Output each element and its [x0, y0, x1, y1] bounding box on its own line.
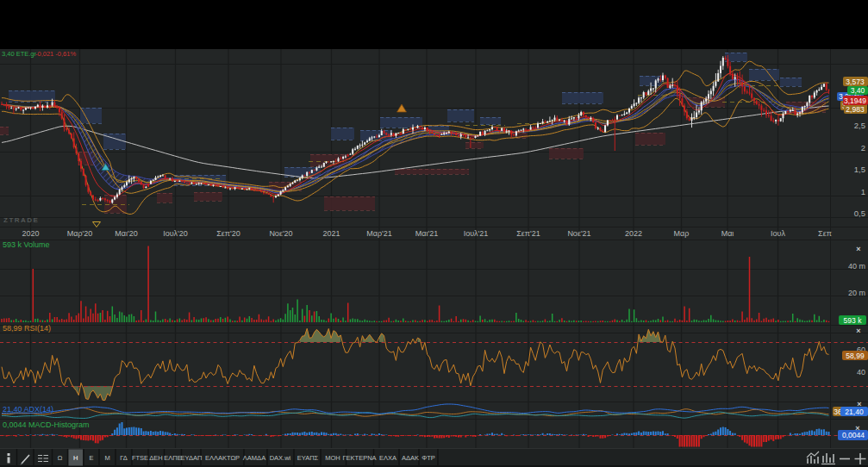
- svg-text:ΕΛΧΑ: ΕΛΧΑ: [379, 454, 397, 462]
- svg-text:20 m: 20 m: [848, 289, 865, 297]
- svg-text:Μαι'21: Μαι'21: [415, 229, 438, 238]
- svg-text:2020: 2020: [22, 229, 39, 238]
- svg-text:ΦΤΡ: ΦΤΡ: [422, 454, 435, 462]
- svg-text:58,99 RSI(14): 58,99 RSI(14): [3, 324, 51, 333]
- svg-text:DAX.wi: DAX.wi: [270, 454, 291, 462]
- svg-text:ZTRADE: ZTRADE: [3, 216, 39, 224]
- svg-text:593 k: 593 k: [844, 316, 863, 325]
- svg-text:Μαρ'20: Μαρ'20: [67, 229, 93, 238]
- svg-text:FTSE: FTSE: [132, 454, 148, 462]
- svg-text:3,40: 3,40: [851, 86, 865, 95]
- svg-text:ΛΑΜΔΑ: ΛΑΜΔΑ: [243, 454, 265, 462]
- svg-text:0,0044 MACD-Histogram: 0,0044 MACD-Histogram: [3, 420, 90, 429]
- svg-text:Ιουλ: Ιουλ: [771, 229, 785, 238]
- svg-text:ΓΔ: ΓΔ: [120, 454, 127, 462]
- svg-text:Ιουλ'21: Ιουλ'21: [464, 229, 489, 238]
- svg-text:Σεπ'21: Σεπ'21: [516, 229, 540, 238]
- svg-text:×: ×: [855, 424, 859, 433]
- svg-text:58,99: 58,99: [846, 352, 865, 360]
- svg-text:Μαι'20: Μαι'20: [115, 229, 137, 238]
- svg-text:Ιουλ'20: Ιουλ'20: [163, 229, 188, 238]
- svg-text:2022: 2022: [625, 229, 642, 238]
- svg-text:×: ×: [856, 245, 860, 253]
- svg-text:ΕΥΑΠΣ: ΕΥΑΠΣ: [297, 454, 319, 462]
- svg-text:ΕΛΠΕ: ΕΛΠΕ: [164, 454, 181, 462]
- svg-text:Μαρ: Μαρ: [674, 229, 690, 238]
- svg-text:0,5: 0,5: [854, 209, 865, 218]
- svg-text:Ω: Ω: [58, 454, 63, 462]
- svg-text:3,40 ETE.gr: 3,40 ETE.gr: [2, 50, 37, 58]
- svg-text:2021: 2021: [322, 229, 340, 238]
- svg-text:ΕΥΔΑΠ: ΕΥΔΑΠ: [181, 454, 203, 462]
- svg-text:Μαι: Μαι: [721, 229, 734, 238]
- svg-text:Ε: Ε: [89, 454, 93, 462]
- svg-text:40 m: 40 m: [848, 262, 865, 271]
- svg-text:ΑΔΑΚ: ΑΔΑΚ: [402, 454, 419, 462]
- svg-text:Νοε'21: Νοε'21: [567, 229, 590, 238]
- svg-text:2,5: 2,5: [854, 121, 865, 130]
- svg-text:3,1949: 3,1949: [844, 97, 866, 105]
- svg-text:ΜΟΗ: ΜΟΗ: [325, 454, 340, 462]
- svg-text:2,983: 2,983: [846, 105, 865, 114]
- svg-text:×: ×: [857, 400, 861, 408]
- svg-text:Η: Η: [73, 454, 78, 462]
- svg-text:ΕΛΛΑΚΤΩΡ: ΕΛΛΑΚΤΩΡ: [205, 454, 240, 462]
- svg-text:Μ: Μ: [104, 454, 109, 462]
- svg-text:21,40 ADX(14): 21,40 ADX(14): [3, 405, 53, 414]
- svg-text:Σεπ'20: Σεπ'20: [216, 229, 240, 238]
- svg-text:1: 1: [861, 187, 865, 196]
- svg-text:0,0044: 0,0044: [842, 431, 865, 439]
- svg-text:-0,021 -0,61%: -0,021 -0,61%: [35, 50, 76, 58]
- svg-text:Νοε'20: Νοε'20: [269, 229, 292, 238]
- svg-text:2: 2: [861, 143, 865, 153]
- svg-text:Σεπ: Σεπ: [818, 229, 832, 238]
- svg-text:21,40: 21,40: [845, 408, 864, 416]
- svg-text:3,573: 3,573: [846, 78, 865, 86]
- svg-text:593 k Volume: 593 k Volume: [3, 240, 50, 249]
- svg-text:Μαρ'21: Μαρ'21: [366, 229, 392, 238]
- svg-text:ΓΕΚΤΕΡΝΑ: ΓΕΚΤΕΡΝΑ: [342, 454, 376, 462]
- svg-text:ΔΕΗ: ΔΕΗ: [149, 454, 162, 462]
- svg-text:×: ×: [856, 327, 860, 335]
- svg-text:40: 40: [857, 368, 865, 377]
- svg-text:1,5: 1,5: [854, 165, 865, 174]
